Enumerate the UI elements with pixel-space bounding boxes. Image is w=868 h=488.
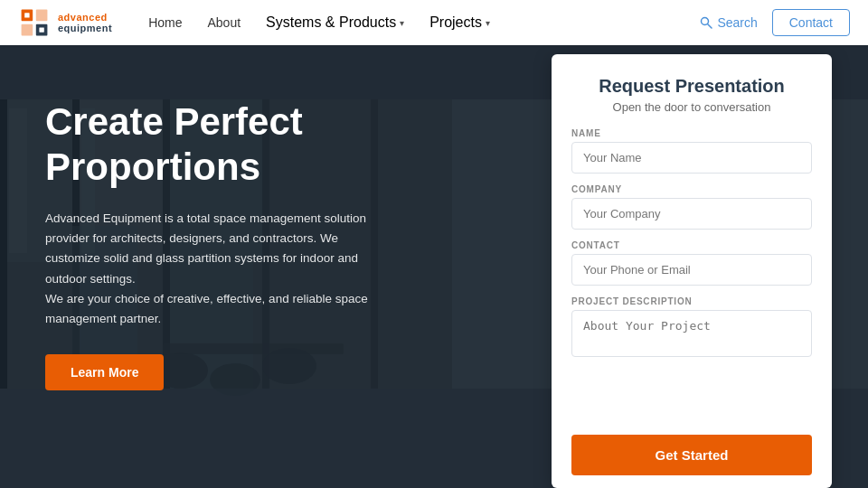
nav-actions: Search Contact xyxy=(700,9,850,36)
logo-text: advanced equipment xyxy=(58,12,112,33)
brand-bottom: equipment xyxy=(58,23,112,33)
learn-more-button[interactable]: Learn More xyxy=(45,354,164,390)
form-subtitle: Open the door to conversation xyxy=(571,100,812,114)
form-footer: Get Started xyxy=(571,422,812,488)
request-form-card: Request Presentation Open the door to co… xyxy=(552,54,832,488)
svg-rect-2 xyxy=(22,24,33,36)
project-label: PROJECT DESCRIPTION xyxy=(571,296,812,306)
company-input[interactable] xyxy=(571,198,812,230)
company-field-group: COMPANY xyxy=(571,184,812,230)
nav-links: Home About Systems & Products ▾ Projects… xyxy=(148,14,700,31)
contact-button[interactable]: Contact xyxy=(772,9,850,36)
search-button[interactable]: Search xyxy=(700,15,757,30)
project-textarea[interactable] xyxy=(571,310,812,357)
nav-home[interactable]: Home xyxy=(148,15,182,30)
hero-content: Create Perfect Proportions Advanced Equi… xyxy=(45,99,443,390)
project-field-group: PROJECT DESCRIPTION xyxy=(571,296,812,361)
contact-field-group: CONTACT xyxy=(571,240,812,286)
get-started-button[interactable]: Get Started xyxy=(571,435,812,475)
brand-top: advanced xyxy=(58,12,112,23)
name-label: NAME xyxy=(571,128,812,138)
logo[interactable]: advanced equipment xyxy=(18,6,112,39)
search-icon xyxy=(700,16,712,29)
contact-input[interactable] xyxy=(571,254,812,286)
name-field-group: NAME xyxy=(571,128,812,174)
nav-projects[interactable]: Projects ▾ xyxy=(429,14,490,31)
nav-about[interactable]: About xyxy=(207,15,241,30)
contact-label: CONTACT xyxy=(571,240,812,250)
nav-systems-products[interactable]: Systems & Products ▾ xyxy=(266,14,404,31)
form-title: Request Presentation xyxy=(571,76,812,97)
svg-line-7 xyxy=(708,24,712,29)
company-label: COMPANY xyxy=(571,184,812,194)
name-input[interactable] xyxy=(571,142,812,174)
hero-description: Advanced Equipment is a total space mana… xyxy=(45,209,389,330)
hero-title: Create Perfect Proportions xyxy=(45,99,443,191)
navbar: advanced equipment Home About Systems & … xyxy=(0,0,868,45)
chevron-down-icon: ▾ xyxy=(400,18,404,28)
chevron-down-icon: ▾ xyxy=(486,18,490,28)
logo-icon xyxy=(18,6,51,39)
svg-rect-5 xyxy=(39,27,43,32)
svg-rect-4 xyxy=(24,13,29,17)
svg-rect-1 xyxy=(36,10,48,22)
